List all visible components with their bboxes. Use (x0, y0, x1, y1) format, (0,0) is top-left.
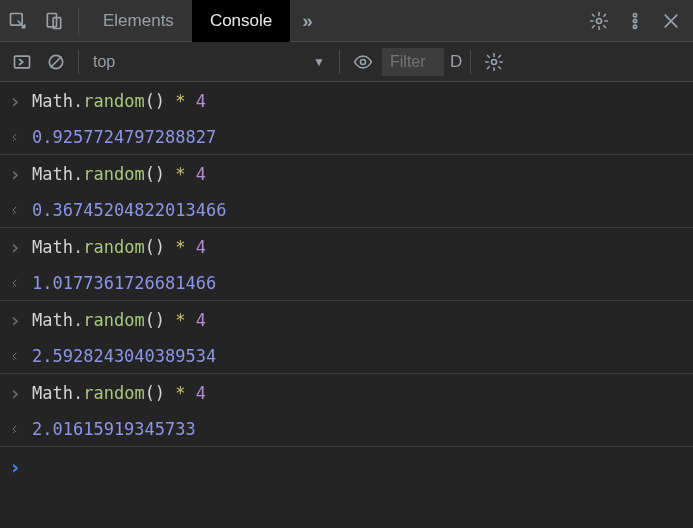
svg-point-11 (13, 140, 14, 141)
tab-console[interactable]: Console (192, 0, 290, 42)
output-arrow-icon (8, 204, 22, 216)
divider (78, 50, 79, 74)
devtools-tab-bar: Elements Console » (0, 0, 693, 42)
log-levels-truncated[interactable]: D (446, 52, 464, 72)
console-result: 2.01615919345733 (32, 419, 196, 439)
live-expression-eye-icon[interactable] (346, 46, 380, 78)
output-arrow-icon (8, 131, 22, 143)
console-expression: Math.random() * 4 (32, 237, 206, 257)
clear-console-icon[interactable] (40, 46, 72, 78)
console-expression: Math.random() * 4 (32, 91, 206, 111)
output-arrow-icon (8, 277, 22, 289)
input-chevron-icon: › (8, 89, 22, 113)
console-output-line: 0.36745204822013466 (0, 193, 693, 227)
svg-point-9 (361, 59, 366, 64)
console-entry: ›Math.random() * 41.0177361726681466 (0, 228, 693, 301)
settings-gear-icon[interactable] (581, 0, 617, 42)
console-input-line: ›Math.random() * 4 (0, 228, 693, 266)
divider (78, 7, 79, 35)
console-result: 0.9257724797288827 (32, 127, 216, 147)
context-label: top (93, 53, 115, 71)
console-entry: ›Math.random() * 42.01615919345733 (0, 374, 693, 447)
console-output-line: 2.5928243040389534 (0, 339, 693, 373)
svg-point-10 (492, 59, 497, 64)
svg-point-15 (13, 432, 14, 433)
console-result: 1.0177361726681466 (32, 273, 216, 293)
divider (470, 50, 471, 74)
console-input-line: ›Math.random() * 4 (0, 374, 693, 412)
console-prompt[interactable]: › (0, 447, 693, 487)
inspect-element-icon[interactable] (0, 0, 36, 42)
kebab-menu-icon[interactable] (617, 0, 653, 42)
output-arrow-icon (8, 423, 22, 435)
console-result: 2.5928243040389534 (32, 346, 216, 366)
console-entry: ›Math.random() * 40.9257724797288827 (0, 82, 693, 155)
svg-rect-1 (47, 13, 56, 26)
toggle-sidebar-icon[interactable] (6, 46, 38, 78)
console-output-line: 2.01615919345733 (0, 412, 693, 446)
execution-context-select[interactable]: top ▼ (85, 47, 333, 77)
svg-point-3 (597, 18, 602, 23)
svg-point-14 (13, 359, 14, 360)
filter-input[interactable] (382, 48, 444, 76)
input-chevron-icon: › (8, 381, 22, 405)
console-settings-gear-icon[interactable] (477, 46, 511, 78)
output-arrow-icon (8, 350, 22, 362)
device-toggle-icon[interactable] (36, 0, 72, 42)
svg-point-12 (13, 213, 14, 214)
console-output: ›Math.random() * 40.9257724797288827›Mat… (0, 82, 693, 487)
more-tabs-button[interactable]: » (290, 0, 325, 42)
svg-point-4 (633, 13, 636, 16)
console-input-line: ›Math.random() * 4 (0, 82, 693, 120)
console-input-line: ›Math.random() * 4 (0, 155, 693, 193)
console-entry: ›Math.random() * 42.5928243040389534 (0, 301, 693, 374)
input-chevron-icon: › (8, 235, 22, 259)
close-devtools-icon[interactable] (653, 0, 689, 42)
input-chevron-icon: › (8, 162, 22, 186)
console-expression: Math.random() * 4 (32, 383, 206, 403)
console-entry: ›Math.random() * 40.36745204822013466 (0, 155, 693, 228)
console-toolbar: top ▼ D (0, 42, 693, 82)
svg-point-13 (13, 286, 14, 287)
console-output-line: 1.0177361726681466 (0, 266, 693, 300)
chevron-down-icon: ▼ (313, 55, 325, 69)
console-expression: Math.random() * 4 (32, 164, 206, 184)
input-chevron-icon: › (8, 308, 22, 332)
svg-point-6 (633, 25, 636, 28)
console-input-line: ›Math.random() * 4 (0, 301, 693, 339)
tab-elements[interactable]: Elements (85, 0, 192, 42)
prompt-chevron-icon: › (8, 455, 22, 479)
svg-point-5 (633, 19, 636, 22)
console-expression: Math.random() * 4 (32, 310, 206, 330)
divider (339, 50, 340, 74)
console-output-line: 0.9257724797288827 (0, 120, 693, 154)
console-result: 0.36745204822013466 (32, 200, 226, 220)
